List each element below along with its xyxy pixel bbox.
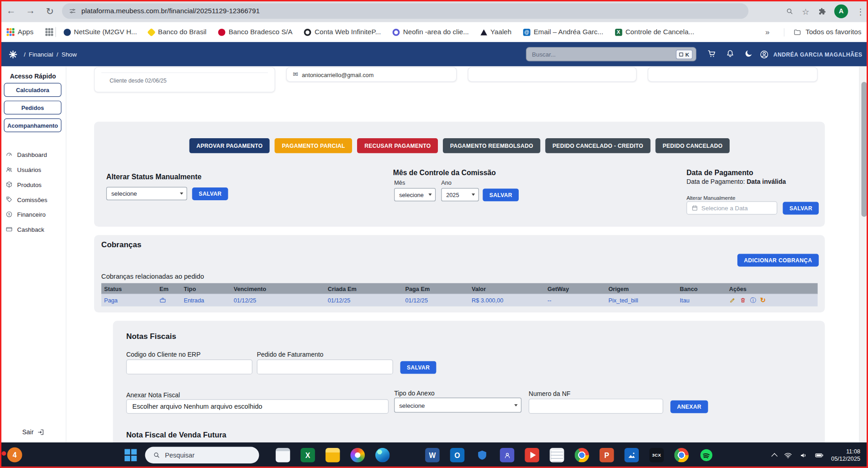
month-select[interactable]: selecione xyxy=(394,188,436,201)
taskbar-icon-3cx[interactable]: 3CX xyxy=(649,448,664,463)
sidebar-item-comissoes[interactable]: Comissões xyxy=(0,192,66,207)
sidebar-item-usuarios[interactable]: Usuários xyxy=(0,162,66,177)
taskbar-icon-powerpoint[interactable]: P xyxy=(600,448,614,463)
date-save-button[interactable]: SALVAR xyxy=(783,202,819,215)
notifications-bell-icon[interactable] xyxy=(725,49,735,59)
app-logo-icon[interactable] xyxy=(8,49,18,59)
nf-number-input[interactable] xyxy=(529,399,663,414)
cart-icon[interactable] xyxy=(707,49,717,59)
edit-pencil-icon[interactable] xyxy=(729,297,736,304)
taskbar-icon-red-app[interactable] xyxy=(525,448,539,463)
bookmark-yaaleh[interactable]: Yaaleh xyxy=(480,28,511,36)
forward-icon[interactable]: → xyxy=(22,3,38,19)
taskbar-icon-window[interactable] xyxy=(276,448,290,463)
bookmark-banco-do-brasil[interactable]: Banco do Brasil xyxy=(148,28,206,36)
year-select[interactable]: 2025 xyxy=(441,188,479,201)
partial-payment-button[interactable]: PAGAMENTO PARCIAL xyxy=(275,138,352,153)
reload-icon[interactable]: ↻ xyxy=(42,3,58,19)
page-scrollbar[interactable] xyxy=(859,66,868,442)
taskbar-icon-notepad[interactable] xyxy=(550,448,564,463)
status-save-button[interactable]: SALVAR xyxy=(192,187,228,200)
taskbar-icon-outlook[interactable]: O xyxy=(450,448,465,463)
sidebar-button-acompanhamento[interactable]: Acompanhamento xyxy=(4,118,61,132)
tray-chevron-up-icon[interactable] xyxy=(772,453,778,459)
sidebar-button-pedidos[interactable]: Pedidos xyxy=(4,101,61,114)
apps-shortcut[interactable]: Apps xyxy=(7,28,34,36)
global-search-input[interactable] xyxy=(532,51,676,58)
taskbar-search[interactable]: Pesquisar xyxy=(145,447,259,463)
user-menu[interactable]: ANDRÉA GARCIA MAGALHÃES xyxy=(759,42,862,66)
taskbar-icon-color-wheel[interactable] xyxy=(350,448,365,463)
browser-menu-icon[interactable]: ⋮ xyxy=(857,7,865,15)
play-icon xyxy=(530,452,536,459)
cell-banco: Itau xyxy=(677,294,726,307)
attach-button[interactable]: ANEXAR xyxy=(670,400,708,413)
taskbar-clock[interactable]: 11:08 05/12/2025 xyxy=(831,448,860,463)
battery-icon[interactable] xyxy=(815,451,824,459)
refresh-icon[interactable]: ↻ xyxy=(760,297,766,304)
bookmark-email[interactable]: @Email – Andréa Garc... xyxy=(523,28,604,36)
browser-profile-avatar[interactable]: A xyxy=(834,4,848,18)
file-input[interactable]: Escolher arquivo Nenhum arquivo escolhid… xyxy=(126,399,389,414)
info-icon[interactable]: ⓘ xyxy=(750,297,756,303)
breadcrumb-financial[interactable]: Financial xyxy=(29,51,53,58)
cancelled-credit-button[interactable]: PEDIDO CANCELADO - CREDITO xyxy=(545,138,650,153)
refunded-payment-button[interactable]: PAGAMENTO REEMBOLSADO xyxy=(443,138,540,153)
sidebar-item-dashboard[interactable]: Dashboard xyxy=(0,147,66,162)
zoom-icon[interactable] xyxy=(785,7,794,15)
sidebar-button-calculadora[interactable]: Calculadora xyxy=(4,83,61,97)
dark-mode-moon-icon[interactable] xyxy=(744,49,753,58)
taskbar-icon-windows-security[interactable] xyxy=(475,448,489,463)
search-icon xyxy=(153,451,161,459)
wifi-icon[interactable] xyxy=(784,451,792,459)
taskbar-icon-excel[interactable]: X xyxy=(300,448,315,463)
bookmark-controle[interactable]: XControle de Cancela... xyxy=(615,28,694,36)
refuse-payment-button[interactable]: RECUSAR PAGAMENTO xyxy=(357,138,438,153)
site-settings-icon[interactable] xyxy=(68,7,76,15)
quick-access-title: Acesso Rápido xyxy=(0,73,66,80)
bookmark-star-icon[interactable]: ☆ xyxy=(802,7,809,15)
logout-button[interactable]: Sair xyxy=(0,425,66,439)
erp-code-input[interactable] xyxy=(126,359,252,374)
sidebar-item-financeiro[interactable]: $ Financeiro xyxy=(0,207,66,222)
breadcrumb-show[interactable]: Show xyxy=(62,51,77,58)
volume-icon[interactable] xyxy=(800,451,808,459)
all-favorites[interactable]: Todos os favoritos xyxy=(784,28,861,36)
approve-payment-button[interactable]: APROVAR PAGAMENTO xyxy=(189,138,269,153)
attach-file-label: Anexar Nota Fiscal xyxy=(126,391,180,398)
invoices-save-button[interactable]: SALVAR xyxy=(400,361,437,374)
bookmarks-overflow-chevron[interactable]: » xyxy=(765,28,769,36)
taskbar-icon-teams[interactable] xyxy=(500,448,515,463)
scrollbar-thumb[interactable] xyxy=(861,82,867,217)
add-charge-button[interactable]: ADICIONAR COBRANÇA xyxy=(737,254,819,266)
taskbar-icon-spotify[interactable] xyxy=(699,448,714,463)
cancelled-button[interactable]: PEDIDO CANCELADO xyxy=(655,138,730,153)
start-button-icon[interactable] xyxy=(125,449,137,461)
notification-badge[interactable]: 4 xyxy=(7,447,22,463)
extensions-icon[interactable] xyxy=(818,7,826,15)
attachment-type-select[interactable]: selecione xyxy=(394,398,521,413)
bookmark-bradesco[interactable]: Banco Bradesco S/A xyxy=(218,28,293,36)
bookmark-netsuite[interactable]: NetSuite (M2GV H... xyxy=(63,28,137,36)
taskbar-icon-chrome-2[interactable] xyxy=(674,448,689,463)
sidebar-item-cashback[interactable]: Cashback xyxy=(0,222,66,237)
address-bar[interactable]: plataforma.meubess.com.br/financial/2025… xyxy=(62,3,748,19)
bookmark-conta-web[interactable]: Conta Web InfiniteP... xyxy=(304,28,381,36)
back-icon[interactable]: ← xyxy=(3,3,19,19)
taskbar-icon-edge[interactable] xyxy=(375,448,390,463)
global-search[interactable]: K xyxy=(526,47,696,62)
sidebar-item-produtos[interactable]: Produtos xyxy=(0,177,66,192)
apps-launcher[interactable] xyxy=(45,28,53,36)
date-picker-input[interactable]: Selecione a Data xyxy=(686,201,777,214)
bookmark-neofin[interactable]: Neofin -area do clie... xyxy=(393,28,469,36)
delete-trash-icon[interactable] xyxy=(740,297,747,304)
taskbar-icon-chrome[interactable] xyxy=(574,448,589,463)
invoices-title: Notas Fiscais xyxy=(126,332,176,340)
taskbar-icon-photos[interactable] xyxy=(625,448,639,463)
status-select[interactable]: selecione xyxy=(106,187,187,200)
taskbar-icon-word[interactable]: W xyxy=(425,448,440,463)
taskbar-icon-file-explorer[interactable] xyxy=(326,448,340,463)
commission-save-button[interactable]: SALVAR xyxy=(483,188,519,201)
billing-order-input[interactable] xyxy=(257,359,393,374)
taskbar-icon-microsoft-365[interactable] xyxy=(400,448,415,463)
